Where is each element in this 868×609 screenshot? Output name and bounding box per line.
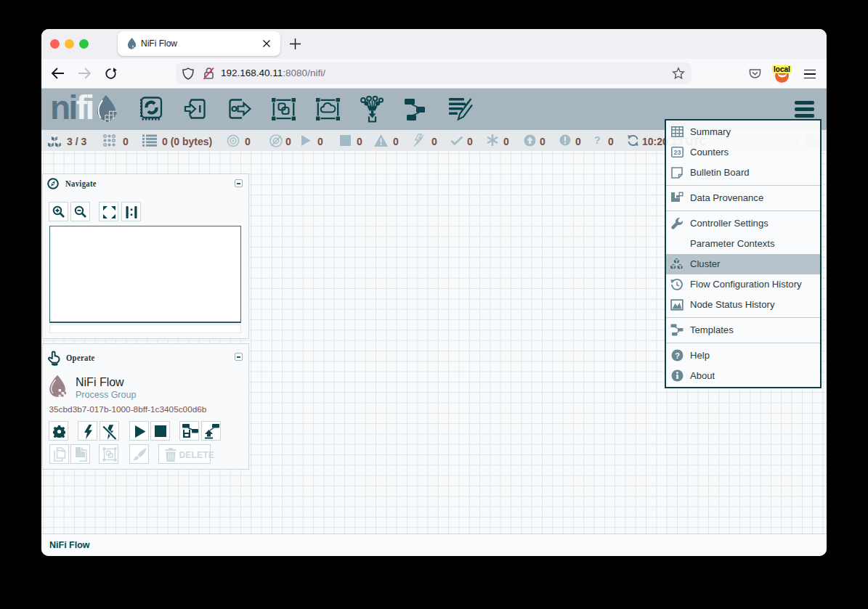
svg-text:23: 23	[673, 149, 681, 156]
svg-text:?: ?	[675, 351, 680, 360]
